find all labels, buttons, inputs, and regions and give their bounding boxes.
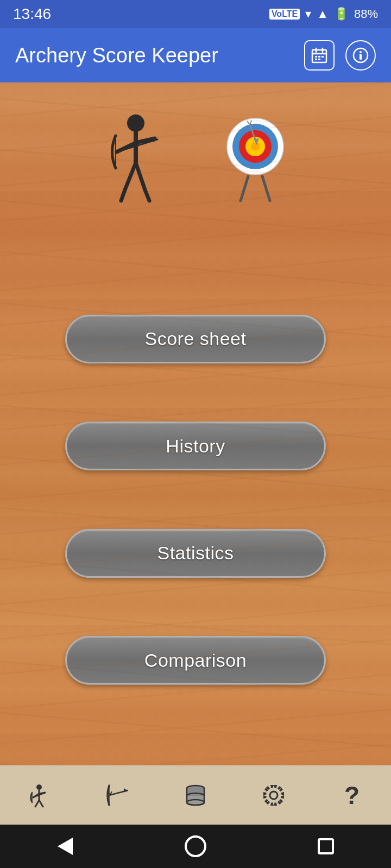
svg-rect-11 — [360, 54, 362, 60]
nav-help-icon: ? — [344, 781, 360, 810]
history-button[interactable]: History — [65, 422, 326, 470]
nav-archer-icon — [27, 783, 52, 808]
svg-point-50 — [187, 800, 204, 805]
nav-item-settings[interactable] — [247, 774, 301, 817]
info-icon — [352, 47, 369, 63]
bottom-nav: ? — [0, 765, 391, 825]
home-icon — [185, 835, 206, 857]
archer-svg — [100, 111, 171, 206]
nav-item-database[interactable] — [168, 774, 223, 817]
svg-point-30 — [251, 142, 260, 151]
svg-point-10 — [360, 51, 362, 53]
battery-percent: 88% — [354, 7, 378, 21]
score-sheet-button[interactable]: Score sheet — [65, 315, 326, 363]
system-nav-bar — [0, 825, 391, 868]
recents-button[interactable] — [310, 830, 342, 863]
nav-item-archer[interactable] — [12, 774, 66, 817]
app-bar-actions — [304, 40, 376, 71]
archer-figure — [98, 110, 174, 207]
illustration-area — [0, 104, 391, 213]
main-content: Score sheet History Statistics Compariso… — [0, 82, 391, 765]
nav-settings-icon — [261, 783, 286, 808]
svg-rect-8 — [318, 59, 320, 60]
svg-rect-5 — [318, 56, 320, 58]
nav-database-icon — [183, 783, 208, 808]
svg-line-17 — [121, 190, 125, 201]
battery-icon: 🔋 — [334, 7, 349, 21]
signal-icon: ▲ — [317, 7, 329, 21]
calendar-icon — [311, 47, 327, 63]
comparison-button[interactable]: Comparison — [65, 636, 326, 685]
svg-point-12 — [127, 114, 144, 132]
svg-rect-7 — [315, 59, 317, 60]
nav-item-bow[interactable] — [90, 774, 144, 817]
target-svg — [220, 111, 291, 206]
app-bar: Archery Score Keeper — [0, 28, 391, 82]
volte-icon: VoLTE — [269, 9, 300, 20]
recents-icon — [318, 838, 334, 854]
svg-line-19 — [145, 190, 149, 201]
wifi-icon: ▾ — [305, 7, 311, 21]
status-time: 13:46 — [13, 5, 51, 23]
back-button[interactable] — [49, 830, 81, 863]
back-icon — [58, 838, 73, 855]
nav-item-help[interactable]: ? — [325, 774, 379, 817]
menu-buttons: Score sheet History Statistics Compariso… — [0, 245, 391, 754]
svg-line-39 — [35, 800, 39, 807]
app-title: Archery Score Keeper — [15, 44, 304, 67]
svg-marker-45 — [124, 788, 128, 793]
svg-line-18 — [136, 163, 145, 190]
home-button[interactable] — [179, 830, 212, 863]
target-figure — [217, 110, 293, 207]
info-button[interactable] — [345, 40, 376, 71]
calendar-button[interactable] — [304, 40, 335, 71]
svg-line-23 — [241, 176, 248, 201]
status-icons: VoLTE ▾ ▲ 🔋 88% — [269, 7, 378, 21]
statistics-button[interactable]: Statistics — [65, 529, 326, 578]
svg-line-24 — [262, 176, 270, 201]
svg-point-51 — [270, 792, 278, 799]
svg-rect-4 — [315, 56, 317, 58]
svg-rect-6 — [321, 56, 324, 58]
svg-line-16 — [125, 163, 136, 190]
nav-bow-icon — [105, 783, 130, 808]
svg-line-40 — [39, 800, 43, 807]
status-bar: 13:46 VoLTE ▾ ▲ 🔋 88% — [0, 0, 391, 28]
